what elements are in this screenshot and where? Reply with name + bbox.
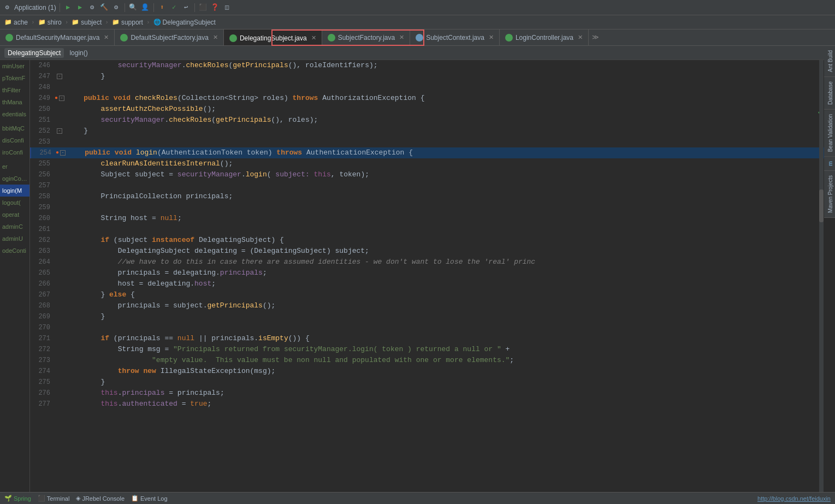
left-item-logincontroller[interactable]: oginContr: [0, 173, 29, 185]
code-line-267: 267 } else {: [30, 289, 835, 300]
code-line-266: 266 host = delegating.host;: [30, 278, 835, 289]
code-content-248: [64, 82, 835, 93]
code-line-249: 249 ● - public void checkRoles(Collectio…: [30, 93, 835, 104]
close-sf[interactable]: ✕: [399, 34, 404, 41]
scrollbar-thumb[interactable]: [819, 189, 824, 222]
breadcrumb-class[interactable]: DelegatingSubject: [4, 48, 64, 58]
left-item-rabbitmq[interactable]: bbitMqC: [0, 122, 29, 134]
nav-delegating-subject[interactable]: 🌐 DelegatingSubject: [153, 19, 216, 26]
status-jrebel-console[interactable]: ◈ JRebel Console: [76, 495, 125, 502]
close-lc[interactable]: ✕: [578, 34, 583, 41]
terminal-status-icon: ⬛: [38, 495, 45, 502]
side-label-ant-build[interactable]: Ant Build: [824, 46, 835, 77]
code-line-258: 258 PrincipalCollection principals;: [30, 191, 835, 202]
gutter-259: [55, 202, 64, 213]
code-content-247: }: [64, 71, 835, 82]
line-num-266: 266: [30, 278, 55, 289]
fold-247[interactable]: -: [57, 74, 62, 79]
tab-default-security-manager[interactable]: DefaultSecurityManager.java ✕: [0, 29, 115, 45]
left-item-adminu[interactable]: adminU: [0, 233, 29, 245]
vcs-icon[interactable]: ⬆: [157, 3, 167, 13]
left-item-er[interactable]: er: [0, 161, 29, 173]
nav-support[interactable]: 📁 support: [112, 19, 143, 26]
left-item-adminuser[interactable]: minUser: [0, 60, 29, 72]
tab-delegating-subject[interactable]: DelegatingSubject.java ✕: [224, 29, 322, 45]
debug-icon[interactable]: ▶: [75, 3, 85, 13]
code-content-258: PrincipalCollection principals;: [64, 191, 835, 202]
revert-icon[interactable]: ↩: [181, 3, 191, 13]
gutter-246: [55, 60, 64, 71]
fold-252[interactable]: -: [57, 128, 62, 134]
left-item-codeconti[interactable]: odeConti: [0, 245, 29, 257]
left-item-disconfig[interactable]: disConfi: [0, 134, 29, 146]
left-item-logout[interactable]: logout(: [0, 197, 29, 209]
close-ds[interactable]: ✕: [311, 34, 316, 41]
left-item-shiroconfig[interactable]: iroConfi: [0, 146, 29, 158]
nav-ache[interactable]: 📁 ache: [4, 19, 28, 26]
commit-icon[interactable]: ✓: [169, 3, 179, 13]
gutter-254: ● -: [56, 147, 66, 158]
tab-subject-factory[interactable]: SubjectFactory.java ✕: [322, 29, 411, 45]
nav-subject[interactable]: 📁 subject: [72, 19, 102, 26]
close-dsf[interactable]: ✕: [213, 34, 218, 41]
gutter-264: [55, 257, 64, 268]
nav-shiro[interactable]: 📁 shiro: [38, 19, 62, 26]
close-dsm[interactable]: ✕: [104, 34, 109, 41]
close-sc[interactable]: ✕: [489, 34, 494, 41]
navigation-bar: 📁 ache › 📁 shiro › 📁 subject › 📁 support…: [0, 15, 835, 29]
tab-icon-dsm: [5, 34, 13, 41]
build-icon[interactable]: 🔨: [99, 3, 109, 13]
app-icon: ⚙: [2, 3, 12, 13]
gutter-263: [55, 246, 64, 257]
status-terminal[interactable]: ⬛ Terminal: [38, 495, 70, 502]
search-icon[interactable]: 🔍: [128, 3, 138, 13]
nav-sep-2: ›: [65, 19, 69, 26]
tab-login-controller[interactable]: LoginController.java ✕: [500, 29, 589, 45]
left-item-operate[interactable]: operat: [0, 209, 29, 221]
settings-icon[interactable]: ⚙: [111, 3, 121, 13]
main-area: minUser pTokenF thFilter thMana edential…: [0, 60, 835, 492]
gutter-253: [55, 137, 64, 147]
fold-249[interactable]: -: [59, 96, 64, 101]
code-content-271: if (principals == null || principals.isE…: [64, 333, 835, 344]
gutter-269: [55, 311, 64, 322]
nav-sep-4: ›: [146, 19, 150, 26]
left-item-adminc[interactable]: adminC: [0, 221, 29, 233]
vertical-scrollbar[interactable]: [819, 60, 824, 492]
line-num-264: 264: [30, 257, 55, 268]
left-item-credentials[interactable]: edentials: [0, 108, 29, 120]
jrebel-icon: ◈: [76, 495, 80, 502]
fold-254[interactable]: -: [60, 150, 66, 156]
tab-subject-context[interactable]: SubjectContext.java ✕: [410, 29, 500, 45]
side-label-bean-validation[interactable]: Bean Validation: [824, 110, 835, 157]
status-event-log[interactable]: 📋 Event Log: [131, 495, 168, 502]
left-item-authfilter[interactable]: thFilter: [0, 84, 29, 96]
side-label-maven-projects[interactable]: Maven Projects: [824, 171, 835, 218]
stop-icon[interactable]: ⚙: [87, 3, 97, 13]
inspect-icon[interactable]: ❓: [210, 3, 220, 13]
left-item-apptokenf[interactable]: pTokenF: [0, 72, 29, 84]
status-spring[interactable]: 🌱 Spring: [4, 495, 31, 502]
side-label-database[interactable]: Database: [824, 77, 835, 110]
breadcrumb-method[interactable]: login(): [66, 48, 91, 58]
line-num-246: 246: [30, 60, 55, 71]
code-line-277: 277 this.authenticated = true;: [30, 399, 835, 410]
terminal-icon[interactable]: ⬛: [198, 3, 208, 13]
profile-icon[interactable]: 👤: [140, 3, 150, 13]
tab-default-subject-factory[interactable]: DefaultSubjectFactory.java ✕: [115, 29, 224, 45]
breakpoint-249[interactable]: ●: [55, 93, 58, 104]
gutter-272: [55, 344, 64, 355]
toolbar-separator-3: [153, 3, 154, 12]
left-item-authmana[interactable]: thMana: [0, 96, 29, 108]
breakpoint-254[interactable]: ●: [56, 147, 59, 158]
left-item-loginm[interactable]: login(M: [0, 185, 29, 197]
run-icon[interactable]: ▶: [63, 3, 73, 13]
tab-icon-ds: [229, 34, 237, 42]
status-url[interactable]: http://blog.csdn.net/feiduxin: [757, 495, 831, 502]
tabs-overflow-btn[interactable]: ≫: [589, 29, 602, 45]
analyze-icon[interactable]: ◫: [222, 3, 232, 13]
line-num-257: 257: [30, 180, 55, 191]
side-label-m[interactable]: m: [824, 157, 835, 171]
gutter-250: [55, 104, 64, 115]
gutter-249: ● -: [55, 93, 64, 104]
